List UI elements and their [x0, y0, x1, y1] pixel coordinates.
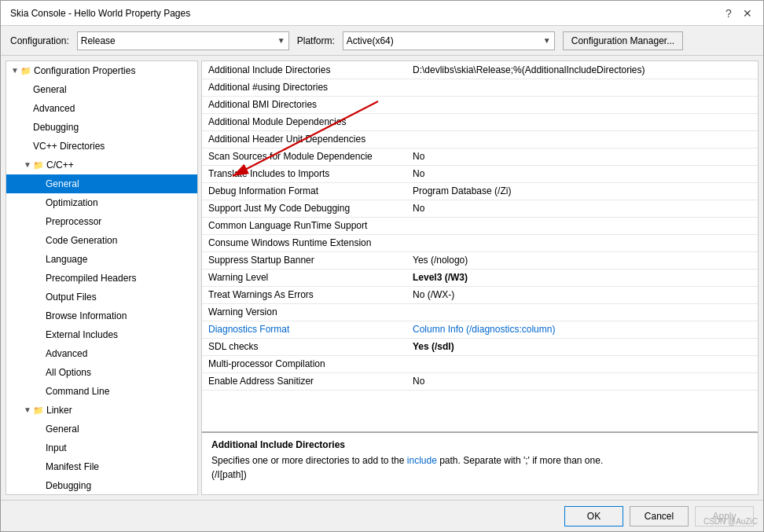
table-row[interactable]: Consume Windows Runtime Extension — [202, 234, 758, 251]
tree-item-linker-general[interactable]: General — [6, 420, 197, 438]
prop-name: Suppress Startup Banner — [202, 251, 406, 269]
button-bar: OK Cancel Apply — [1, 500, 763, 531]
tree-item-browse-info[interactable]: Browse Information — [6, 306, 197, 325]
tree-item-linker[interactable]: 📁Linker — [6, 401, 197, 420]
tree-label-manifest-file: Manifest File — [46, 459, 194, 475]
table-row[interactable]: Additional BMI Directories — [202, 96, 758, 113]
prop-name: Translate Includes to Imports — [202, 165, 406, 182]
help-button[interactable]: ? — [722, 7, 735, 20]
prop-value — [406, 234, 758, 251]
tree-item-preprocessor[interactable]: Preprocessor — [6, 212, 197, 231]
tree-item-cpp-general[interactable]: General — [6, 174, 197, 193]
prop-name: Additional Module Dependencies — [202, 113, 406, 130]
cancel-button[interactable]: Cancel — [630, 506, 689, 526]
tree-label-cpp: C/C++ — [46, 157, 194, 173]
prop-value: D:\devlibs\skia\Release;%(AdditionalIncl… — [406, 61, 758, 79]
prop-name: Support Just My Code Debugging — [202, 200, 406, 217]
tree-item-external-includes[interactable]: External Includes — [6, 325, 197, 344]
table-row[interactable]: Additional #using Directories — [202, 79, 758, 96]
prop-name: Consume Windows Runtime Extension — [202, 234, 406, 251]
prop-name: Scan Sources for Module Dependencie — [202, 148, 406, 165]
prop-value: No — [406, 372, 758, 390]
tree-item-optimization[interactable]: Optimization — [6, 193, 197, 212]
config-manager-button[interactable]: Configuration Manager... — [563, 31, 683, 50]
desc-blue-link: include — [407, 455, 437, 466]
prop-value: No (/WX-) — [406, 286, 758, 303]
prop-value — [406, 355, 758, 372]
props-panel: Additional Include DirectoriesD:\devlibs… — [201, 61, 758, 495]
tree-item-config-props[interactable]: 📁Configuration Properties — [6, 61, 197, 80]
tree-item-cpp-advanced[interactable]: Advanced — [6, 344, 197, 363]
platform-dropdown[interactable]: Active(x64) ▼ — [343, 31, 555, 50]
props-table-container[interactable]: Additional Include DirectoriesD:\devlibs… — [202, 61, 758, 431]
prop-value — [406, 96, 758, 113]
tree-label-browse-info: Browse Information — [46, 308, 194, 324]
platform-value: Active(x64) — [347, 35, 394, 46]
tree-panel: 📁Configuration PropertiesGeneralAdvanced… — [6, 61, 198, 495]
table-row[interactable]: Additional Header Unit Dependencies — [202, 130, 758, 148]
folder-icon-config-props: 📁 — [20, 63, 31, 79]
prop-value: Program Database (/Zi) — [406, 182, 758, 200]
tree-label-general: General — [33, 82, 194, 97]
description-panel: Additional Include Directories Specifies… — [202, 431, 758, 494]
prop-value: Column Info (/diagnostics:column) — [406, 321, 758, 338]
tree-item-precomp-headers[interactable]: Precompiled Headers — [6, 269, 197, 288]
table-row[interactable]: Additional Include DirectoriesD:\devlibs… — [202, 61, 758, 79]
table-row[interactable]: Debug Information FormatProgram Database… — [202, 182, 758, 200]
prop-name: Common Language RunTime Support — [202, 217, 406, 234]
config-dropdown[interactable]: Release ▼ — [77, 31, 289, 50]
prop-name: Diagnostics Format — [202, 321, 406, 338]
tree-item-cpp[interactable]: 📁C/C++ — [6, 156, 197, 174]
tree-label-advanced: Advanced — [33, 101, 194, 116]
platform-label: Platform: — [297, 35, 335, 46]
tree-label-optimization: Optimization — [46, 195, 194, 211]
prop-value — [406, 130, 758, 148]
tree-item-code-gen[interactable]: Code Generation — [6, 231, 197, 250]
table-row[interactable]: Warning Version — [202, 303, 758, 321]
table-row[interactable]: Multi-processor Compilation — [202, 355, 758, 372]
tree-label-language: Language — [46, 251, 194, 267]
table-row[interactable]: SDL checksYes (/sdl) — [202, 338, 758, 355]
prop-name: Debug Information Format — [202, 182, 406, 200]
tree-item-output-files[interactable]: Output Files — [6, 288, 197, 306]
prop-value: Level3 (/W3) — [406, 269, 758, 286]
table-row[interactable]: Treat Warnings As ErrorsNo (/WX-) — [202, 286, 758, 303]
tree-item-linker-input[interactable]: Input — [6, 438, 197, 457]
tree-item-all-options[interactable]: All Options — [6, 363, 197, 382]
table-row[interactable]: Enable Address SanitizerNo — [202, 372, 758, 390]
tree-item-manifest-file[interactable]: Manifest File — [6, 457, 197, 476]
table-row[interactable]: Support Just My Code DebuggingNo — [202, 200, 758, 217]
table-row[interactable]: Warning LevelLevel3 (/W3) — [202, 269, 758, 286]
tree-item-vc-dirs[interactable]: VC++ Directories — [6, 137, 197, 156]
prop-value — [406, 303, 758, 321]
tree-item-debugging[interactable]: Debugging — [6, 118, 197, 137]
prop-name: Treat Warnings As Errors — [202, 286, 406, 303]
ok-button[interactable]: OK — [564, 506, 623, 526]
tree-item-linker-debugging[interactable]: Debugging — [6, 476, 197, 495]
tree-label-preprocessor: Preprocessor — [46, 214, 194, 229]
prop-value — [406, 79, 758, 96]
table-row[interactable]: Scan Sources for Module DependencieNo — [202, 148, 758, 165]
main-area: 📁Configuration PropertiesGeneralAdvanced… — [1, 56, 763, 500]
table-row[interactable]: Additional Module Dependencies — [202, 113, 758, 130]
table-row[interactable]: Translate Includes to ImportsNo — [202, 165, 758, 182]
tree-item-language[interactable]: Language — [6, 250, 197, 269]
prop-value: No — [406, 200, 758, 217]
table-row[interactable]: Suppress Startup BannerYes (/nologo) — [202, 251, 758, 269]
tree-label-all-options: All Options — [46, 365, 194, 380]
tree-label-linker-general: General — [46, 421, 194, 437]
desc-title: Additional Include Directories — [211, 439, 748, 450]
tree-item-advanced[interactable]: Advanced — [6, 99, 197, 118]
tree-label-debugging: Debugging — [33, 119, 194, 135]
folder-icon-linker: 📁 — [33, 402, 44, 418]
close-button[interactable]: ✕ — [741, 7, 754, 20]
tree-item-general[interactable]: General — [6, 80, 197, 99]
tree-label-code-gen: Code Generation — [46, 233, 194, 248]
tree-item-command-line[interactable]: Command Line — [6, 382, 197, 401]
table-row[interactable]: Common Language RunTime Support — [202, 217, 758, 234]
config-bar: Configuration: Release ▼ Platform: Activ… — [1, 26, 763, 56]
table-row[interactable]: Diagnostics FormatColumn Info (/diagnost… — [202, 321, 758, 338]
prop-value: Yes (/nologo) — [406, 251, 758, 269]
tree-label-cpp-advanced: Advanced — [46, 346, 194, 361]
tree-arrow-config-props — [9, 63, 20, 79]
